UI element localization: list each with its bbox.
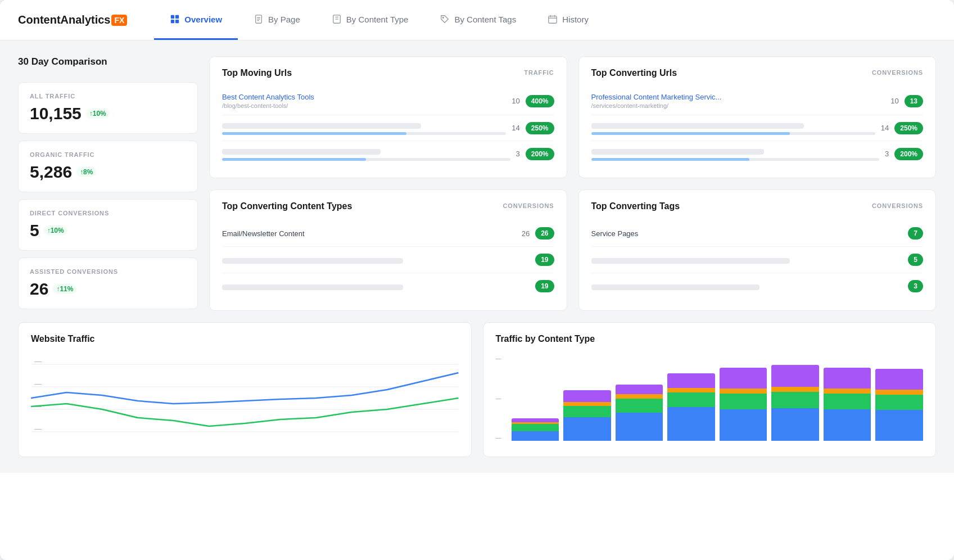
svg-point-11 xyxy=(443,17,444,18)
main-content: 30 Day Comparison ALL TRAFFIC 10,155 ↑10… xyxy=(0,40,954,473)
svg-text:—: — xyxy=(34,403,42,409)
top-converting-urls-header: Top Converting Urls CONVERSIONS xyxy=(591,68,924,78)
bar-chart-container: — — — xyxy=(496,353,924,443)
converting-url-link-1[interactable]: Professional Content Marketing Servic... xyxy=(591,93,885,101)
tab-overview[interactable]: Overview xyxy=(154,0,238,40)
url-num-1: 10 xyxy=(512,97,519,105)
bar-groups xyxy=(512,353,924,443)
app-container: ContentAnalytics FX Overview By Page xyxy=(0,0,954,560)
nav-tabs: Overview By Page By Content Type By Cont… xyxy=(154,0,604,40)
top-tags-title: Top Converting Tags xyxy=(591,201,680,211)
content-type-info-3 xyxy=(222,282,524,290)
converting-url-row-2: 14 250% xyxy=(591,115,924,141)
tab-by-content-tags[interactable]: By Content Tags xyxy=(424,0,532,40)
website-traffic-title: Website Traffic xyxy=(31,334,459,344)
tag-row-1: Service Pages 7 xyxy=(591,220,924,247)
bar-stack-6 xyxy=(771,365,819,441)
svg-rect-2 xyxy=(171,20,174,23)
top-moving-urls-panel: Top Moving Urls TRAFFIC Best Content Ana… xyxy=(209,56,567,178)
bottom-charts: Website Traffic — — — — xyxy=(18,322,936,457)
website-traffic-panel: Website Traffic — — — — xyxy=(18,322,472,457)
assisted-conversions-label: ASSISTED CONVERSIONS xyxy=(30,268,186,275)
doc-icon xyxy=(332,14,342,24)
tag-blur-2 xyxy=(591,258,790,264)
traffic-by-content-type-panel: Traffic by Content Type — — — xyxy=(483,322,937,457)
bar-orange-3 xyxy=(616,394,663,399)
bar-blue-1 xyxy=(512,431,559,441)
top-content-types-header: Top Converting Content Types CONVERSIONS xyxy=(222,201,554,211)
tab-history[interactable]: History xyxy=(532,0,604,40)
bar-stack-8 xyxy=(875,369,923,441)
content-type-num-1: 26 xyxy=(522,229,530,238)
bar-orange-6 xyxy=(771,387,819,392)
bar-blue-3 xyxy=(616,413,663,441)
logo-text: ContentAnalytics xyxy=(18,13,110,26)
content-type-row-2: 19 xyxy=(222,247,554,273)
bar-blue-4 xyxy=(667,407,715,441)
tab-by-page[interactable]: By Page xyxy=(238,0,316,40)
url-link-1[interactable]: Best Content Analytics Tools xyxy=(222,93,506,101)
bar-stack-5 xyxy=(720,368,767,441)
website-traffic-chart: — — — — xyxy=(31,353,459,443)
bar-group-4 xyxy=(667,353,715,441)
bar-group-7 xyxy=(824,353,871,441)
all-traffic-card: ALL TRAFFIC 10,155 ↑10% xyxy=(18,82,198,134)
bar-purple-7 xyxy=(824,368,871,389)
converting-url-bar-3 xyxy=(591,158,750,161)
bar-blue-7 xyxy=(824,409,871,441)
bar-orange-8 xyxy=(875,390,923,395)
content-type-blur-2 xyxy=(222,258,403,264)
bar-group-3 xyxy=(616,353,663,441)
converting-url-num-2: 14 xyxy=(881,124,889,132)
top-converting-urls-metric: CONVERSIONS xyxy=(872,68,923,76)
bar-group-8 xyxy=(875,353,923,441)
tag-blur-3 xyxy=(591,284,759,290)
direct-conversions-value-row: 5 ↑10% xyxy=(30,221,186,240)
assisted-conversions-value: 26 xyxy=(30,279,48,299)
bar-orange-7 xyxy=(824,389,871,394)
bar-group-1 xyxy=(512,353,559,441)
tag-row-3: 3 xyxy=(591,273,924,299)
tag-icon xyxy=(440,14,450,24)
tag-info-2 xyxy=(591,256,897,264)
bar-purple-4 xyxy=(667,373,715,388)
content-type-info-1: Email/Newsletter Content xyxy=(222,228,516,238)
top-moving-urls-title: Top Moving Urls xyxy=(222,68,292,78)
bar-green-5 xyxy=(720,394,767,409)
assisted-conversions-card: ASSISTED CONVERSIONS 26 ↑11% xyxy=(18,258,198,309)
tab-by-content-type[interactable]: By Content Type xyxy=(316,0,424,40)
bar-purple-6 xyxy=(771,365,819,387)
svg-rect-1 xyxy=(175,15,179,19)
converting-url-row-1: Professional Content Marketing Servic...… xyxy=(591,87,924,115)
bar-green-3 xyxy=(616,399,663,413)
bar-purple-5 xyxy=(720,368,767,389)
url-blur-3 xyxy=(222,149,381,155)
converting-url-badge-2: 250% xyxy=(894,122,923,134)
direct-conversions-label: DIRECT CONVERSIONS xyxy=(30,210,186,216)
bar-orange-2 xyxy=(563,402,611,406)
bar-green-2 xyxy=(563,406,611,418)
url-badge-3: 200% xyxy=(526,148,554,160)
converting-url-path-1: /services/content-marketing/ xyxy=(591,102,885,109)
calendar-icon xyxy=(548,14,558,24)
content-type-info-2 xyxy=(222,256,524,264)
converting-url-bar-2 xyxy=(591,132,790,135)
url-info-2 xyxy=(222,121,506,135)
tag-name-1: Service Pages xyxy=(591,229,639,238)
bar-group-2 xyxy=(563,353,611,441)
content-type-name-1: Email/Newsletter Content xyxy=(222,229,305,238)
url-bar-2 xyxy=(222,132,406,135)
header: ContentAnalytics FX Overview By Page xyxy=(0,0,954,40)
bar-green-4 xyxy=(667,392,715,407)
y-label-top: — xyxy=(496,355,508,362)
direct-conversions-card: DIRECT CONVERSIONS 5 ↑10% xyxy=(18,199,198,251)
bar-stack-2 xyxy=(563,390,611,441)
tag-badge-2: 5 xyxy=(908,254,923,266)
tag-info-3 xyxy=(591,282,897,290)
url-info-1: Best Content Analytics Tools /blog/best-… xyxy=(222,93,506,109)
tag-badge-1: 7 xyxy=(908,227,923,240)
svg-text:—: — xyxy=(34,358,42,364)
direct-conversions-value: 5 xyxy=(30,221,39,240)
top-moving-urls-metric: TRAFFIC xyxy=(524,68,554,76)
bar-group-5 xyxy=(720,353,767,441)
